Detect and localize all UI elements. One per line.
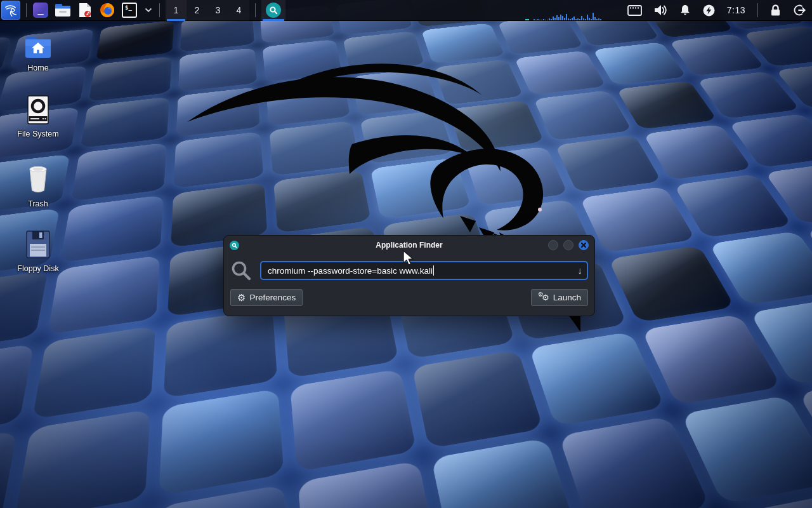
run-gears-icon: ⚙: [542, 293, 549, 302]
floppy-disk-icon: [25, 230, 51, 259]
monitor-bar: [553, 17, 554, 20]
history-dropdown-icon[interactable]: ↓: [578, 265, 583, 276]
application-finder-icon: [266, 3, 281, 18]
taskbar-item-application-finder[interactable]: [261, 0, 285, 21]
monitor-bar: [572, 18, 573, 20]
monitor-bar: [566, 14, 567, 20]
desktop-icon-file-system[interactable]: File System: [11, 95, 65, 138]
close-icon: [581, 243, 586, 248]
text-caret: [433, 265, 434, 276]
workspace-3[interactable]: 3: [207, 0, 228, 21]
monitor-bar: [598, 18, 599, 20]
launch-button[interactable]: ⚙ ⚙ Launch: [531, 289, 588, 306]
top-panel: $_ 1234: [0, 0, 812, 21]
monitor-tick: [525, 19, 529, 20]
command-input-value: chromium --password-store=basic www.kali: [268, 266, 433, 276]
trash-bin-icon: [25, 164, 51, 194]
monitor-bar: [591, 19, 592, 20]
system-monitor-graph[interactable]: [524, 0, 613, 21]
workspace-2[interactable]: 2: [187, 0, 207, 21]
purple-app-icon: [33, 3, 48, 18]
monitor-bar: [547, 20, 548, 20]
application-finder-window: Application Finder chromium --password-s…: [223, 235, 595, 316]
launcher-purple-app[interactable]: [32, 2, 49, 18]
preferences-button[interactable]: ⚙ Preferences: [230, 289, 303, 306]
desktop-icon-label: Floppy Disk: [17, 264, 58, 273]
monitor-bar: [535, 20, 537, 20]
launch-button-label: Launch: [553, 293, 581, 302]
power-manager-icon[interactable]: [703, 4, 715, 17]
launcher-file-manager[interactable]: [55, 2, 71, 18]
folder-icon: [55, 3, 71, 17]
monitor-bar: [560, 15, 561, 20]
minimize-button[interactable]: [548, 240, 558, 250]
monitor-bar: [575, 19, 577, 20]
gear-icon: ⚙: [237, 293, 246, 302]
monitor-bar: [564, 18, 565, 20]
desktop-icon-trash[interactable]: Trash: [11, 164, 65, 208]
desktop-icon-label: Home: [27, 64, 48, 72]
kali-logo-icon: [4, 3, 18, 17]
volume-icon[interactable]: [654, 4, 667, 16]
monitor-bar: [545, 20, 546, 20]
monitor-bar: [600, 19, 601, 20]
logout-icon[interactable]: [793, 4, 806, 17]
monitor-bar: [543, 19, 544, 20]
monitor-bar: [579, 19, 580, 20]
launcher-terminal[interactable]: $_: [121, 2, 138, 18]
monitor-bar: [585, 19, 586, 20]
firefox-icon: [100, 3, 115, 18]
keyboard-icon[interactable]: [627, 5, 642, 16]
monitor-bar: [593, 13, 594, 20]
panel-separator: [26, 3, 27, 17]
workspace-4[interactable]: 4: [228, 0, 249, 21]
lock-screen-icon[interactable]: [770, 4, 781, 17]
window-title: Application Finder: [224, 241, 594, 250]
monitor-bar: [554, 18, 556, 20]
launcher-firefox[interactable]: [99, 2, 115, 18]
monitor-bar: [594, 17, 596, 20]
search-icon: [230, 260, 252, 281]
desktop-icon-home[interactable]: Home: [11, 36, 65, 72]
notifications-bell-icon[interactable]: [679, 4, 691, 16]
monitor-bar: [570, 19, 571, 20]
chevron-down-icon: [145, 8, 152, 13]
system-tray: 7:13: [627, 3, 806, 17]
home-folder-icon: [25, 36, 51, 58]
monitor-bar: [539, 20, 540, 20]
mouse-cursor: [402, 250, 416, 267]
window-icon: [230, 241, 239, 250]
monitor-bar: [556, 15, 558, 20]
panel-separator: [255, 3, 256, 17]
terminal-dropdown[interactable]: [143, 2, 154, 18]
monitor-bar: [587, 15, 588, 20]
desktop-icon-label: Trash: [28, 199, 48, 208]
monitor-bar: [558, 17, 560, 20]
monitor-bar: [562, 16, 563, 20]
desktop-icon-floppy-disk[interactable]: Floppy Disk: [11, 230, 65, 273]
monitor-bar: [537, 19, 539, 20]
panel-separator: [757, 3, 758, 17]
monitor-bar: [581, 16, 582, 20]
terminal-icon: $_: [122, 3, 137, 18]
command-input[interactable]: chromium --password-store=basic www.kali…: [260, 261, 588, 280]
preferences-button-label: Preferences: [249, 293, 296, 302]
launcher-text-editor[interactable]: [77, 2, 93, 18]
workspace-switcher: 1234: [166, 0, 249, 21]
desktop-icon-label: File System: [17, 130, 58, 138]
monitor-bar: [568, 18, 569, 20]
monitor-bar: [534, 19, 535, 20]
maximize-button[interactable]: [563, 240, 573, 250]
document-edit-icon: [78, 3, 92, 18]
close-button[interactable]: [579, 240, 589, 250]
workspace-1[interactable]: 1: [166, 0, 187, 21]
monitor-bar: [596, 19, 598, 20]
panel-separator: [159, 3, 160, 17]
monitor-bar: [583, 18, 584, 20]
monitor-bar: [589, 18, 590, 20]
panel-clock[interactable]: 7:13: [727, 5, 745, 15]
monitor-bar: [541, 20, 542, 20]
kali-menu-button[interactable]: [1, 1, 20, 20]
hard-disk-icon: [25, 95, 51, 124]
monitor-bar: [577, 18, 579, 20]
